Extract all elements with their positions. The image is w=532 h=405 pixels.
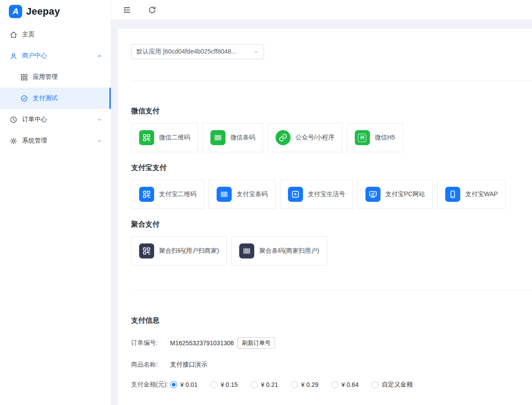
paytype-card-wechat-qrcode[interactable]: 微信二维码 (131, 123, 198, 152)
section-title-aggregate: 聚合支付 (131, 220, 532, 229)
amount-option[interactable]: ¥ 0.15 (210, 381, 238, 388)
order-number-value: M16255323791031306 (170, 339, 234, 347)
paytype-card-label: 微信二维码 (159, 134, 190, 142)
app-root: A Jeepay 主页 商户中心 (0, 0, 532, 405)
amount-radio[interactable] (372, 381, 379, 388)
sidebar-item-label: 支付测试 (33, 94, 58, 102)
product-name-value: 支付接口演示 (170, 361, 207, 369)
refresh-order-number-button[interactable]: 刷新订单号 (237, 337, 275, 349)
paytype-card-label: 支付宝二维码 (159, 190, 196, 198)
paytype-card-alipay-life[interactable]: 支付宝生活号 (280, 180, 353, 209)
amount-option-label: ¥ 0.64 (342, 381, 359, 388)
amount-option[interactable]: ¥ 0.21 (251, 381, 278, 388)
order-number-label: 订单编号: (131, 339, 170, 347)
h5-icon: H (355, 130, 370, 145)
paytype-card-wechat-h5[interactable]: H 微信H5 (347, 123, 403, 152)
amount-option-label: ¥ 0.29 (301, 381, 318, 388)
brand-name: Jeepay (26, 6, 60, 17)
amount-radio[interactable] (210, 381, 217, 388)
divider (131, 290, 532, 290)
qrcode-icon (139, 187, 154, 202)
star-badge-icon (288, 187, 303, 202)
content-wrap: 默认应用 [60cd04fde4b025cff8048... 微信支付 微信二维… (111, 20, 532, 405)
paytype-card-alipay-qrcode[interactable]: 支付宝二维码 (131, 180, 204, 209)
paytype-card-label: 公众号/小程序 (295, 134, 334, 142)
app-grid-icon (20, 73, 28, 81)
amount-option-label: 自定义金额 (382, 381, 413, 389)
refresh-icon[interactable] (148, 6, 156, 14)
aggregate-card-row: 聚合扫码(用户扫商家) 聚合条码(商家扫用户) (131, 236, 532, 266)
topbar (111, 0, 532, 20)
sidebar-item-label: 主页 (22, 31, 35, 39)
paytype-card-label: 聚合条码(商家扫用户) (259, 247, 319, 255)
amount-option[interactable]: ¥ 0.64 (331, 381, 359, 388)
paytype-card-label: 支付宝生活号 (308, 190, 345, 198)
barcode-icon (239, 243, 254, 258)
sidebar-item-pay-test[interactable]: 支付测试 (0, 88, 111, 109)
sidebar-item-label: 应用管理 (33, 73, 58, 81)
amount-option[interactable]: ¥ 0.29 (291, 381, 318, 388)
paytype-card-label: 支付宝PC网站 (385, 190, 425, 198)
amount-label: 支付金额(元): (131, 381, 170, 389)
app-select-dropdown[interactable]: 默认应用 [60cd04fde4b025cff8048... (131, 44, 264, 59)
paytype-card-label: 聚合扫码(用户扫商家) (159, 247, 219, 255)
chevron-down-icon (97, 117, 102, 122)
order-number-row: 订单编号: M16255323791031306 刷新订单号 (131, 337, 532, 349)
paytype-card-alipay-wap[interactable]: 支付宝WAP (437, 180, 505, 209)
alipay-card-row: 支付宝二维码 支付宝条码 支付宝生活号 (131, 180, 532, 209)
sidebar-item-app-management[interactable]: 应用管理 (0, 66, 111, 88)
amount-radio[interactable] (170, 381, 177, 388)
chevron-down-icon (253, 49, 259, 54)
amount-radio[interactable] (331, 381, 338, 388)
monitor-icon (365, 187, 381, 202)
pay-test-icon (20, 95, 28, 102)
barcode-icon (210, 130, 225, 145)
paytype-card-alipay-pc[interactable]: 支付宝PC网站 (357, 180, 433, 209)
paytype-card-label: 支付宝条码 (237, 190, 268, 198)
amount-option-custom[interactable]: 自定义金额 (372, 381, 413, 389)
sidebar-item-home[interactable]: 主页 (0, 24, 111, 45)
paytype-card-wechat-official-miniapp[interactable]: 公众号/小程序 (268, 123, 342, 152)
sidebar-item-label: 订单中心 (22, 116, 47, 123)
paytype-card-alipay-barcode[interactable]: 支付宝条码 (209, 180, 276, 209)
divider (131, 81, 532, 81)
paytype-card-label: 微信H5 (375, 134, 395, 142)
section-title-alipay: 支付宝支付 (131, 163, 532, 173)
gear-icon (10, 137, 17, 145)
paytype-card-label: 支付宝WAP (465, 190, 497, 198)
sidebar-item-system-management[interactable]: 系统管理 (0, 130, 111, 151)
main-area: 默认应用 [60cd04fde4b025cff8048... 微信支付 微信二维… (111, 0, 532, 405)
paytype-card-label: 微信条码 (230, 134, 255, 142)
order-clock-icon (10, 116, 17, 123)
brand-logo: A Jeepay (0, 0, 111, 23)
sidebar-item-label: 系统管理 (22, 137, 47, 145)
paytype-card-agg-qrcode[interactable]: 聚合扫码(用户扫商家) (131, 236, 227, 266)
chevron-up-icon (97, 54, 102, 58)
mobile-icon (445, 187, 460, 202)
product-name-label: 商品名称: (131, 361, 170, 369)
amount-option-label: ¥ 0.01 (180, 381, 198, 388)
amount-row: 支付金额(元): ¥ 0.01 ¥ 0.15 ¥ 0.21 (131, 381, 532, 389)
link-icon (276, 130, 291, 145)
wechat-card-row: 微信二维码 微信条码 公众号/小程序 (131, 123, 532, 152)
content-card: 默认应用 [60cd04fde4b025cff8048... 微信支付 微信二维… (118, 29, 532, 405)
amount-option[interactable]: ¥ 0.01 (170, 381, 198, 388)
amount-radio[interactable] (251, 381, 258, 388)
qrcode-icon (139, 130, 154, 145)
section-title-wechat: 微信支付 (131, 107, 532, 116)
amount-option-label: ¥ 0.21 (261, 381, 278, 388)
home-icon (10, 31, 17, 39)
sidebar-item-order-center[interactable]: 订单中心 (0, 109, 111, 130)
amount-radio[interactable] (291, 381, 298, 388)
sidebar-menu: 主页 商户中心 应用管理 支付 (0, 23, 111, 405)
sidebar-item-merchant-center[interactable]: 商户中心 (0, 45, 111, 66)
jeepay-logo-icon: A (9, 5, 22, 18)
sidebar: A Jeepay 主页 商户中心 (0, 0, 111, 405)
merchant-icon (10, 52, 17, 60)
chevron-down-icon (97, 139, 102, 143)
menu-fold-icon[interactable] (123, 6, 131, 14)
qrcode-icon (139, 243, 154, 258)
paytype-card-wechat-barcode[interactable]: 微信条码 (202, 123, 263, 152)
paytype-card-agg-barcode[interactable]: 聚合条码(商家扫用户) (231, 236, 327, 266)
app-select-value: 默认应用 [60cd04fde4b025cff8048... (136, 48, 236, 56)
